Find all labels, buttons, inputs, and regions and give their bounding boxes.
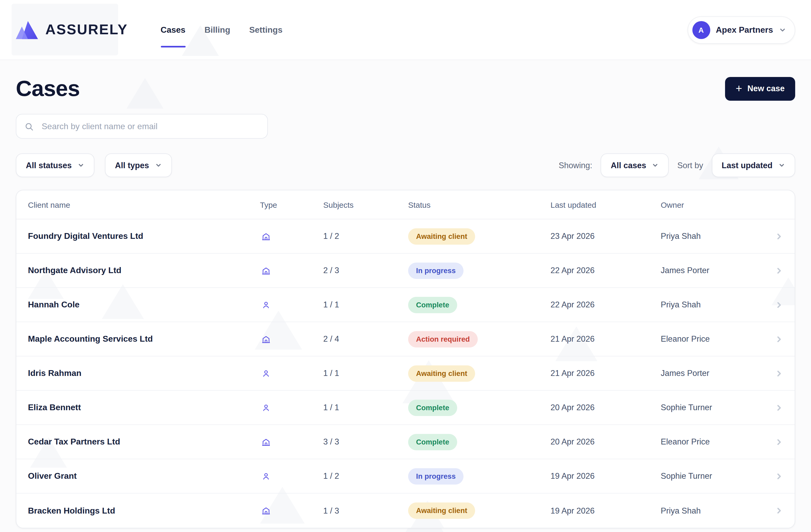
status-badge: Action required <box>408 331 478 348</box>
table-row[interactable]: Bracken Holdings Ltd1 / 3Awaiting client… <box>16 494 795 528</box>
status-badge: Complete <box>408 400 457 416</box>
cases-table: Client name Type Subjects Status Last up… <box>16 190 795 529</box>
status-badge: Awaiting client <box>408 503 475 519</box>
new-case-label: New case <box>748 84 785 93</box>
owner-name: Priya Shah <box>661 232 763 241</box>
chevron-down-icon <box>77 162 85 169</box>
last-updated: 20 Apr 2026 <box>551 403 661 413</box>
nav-item-settings[interactable]: Settings <box>249 25 282 35</box>
client-name: Hannah Cole <box>28 300 260 310</box>
table-header-row: Client name Type Subjects Status Last up… <box>16 191 795 219</box>
status-cell: Awaiting client <box>408 503 551 519</box>
brand-logo[interactable]: ASSURELY <box>16 19 128 40</box>
status-cell: Complete <box>408 297 551 313</box>
building-icon <box>260 232 323 241</box>
chevron-right-icon[interactable] <box>763 404 795 412</box>
status-badge: In progress <box>408 468 463 485</box>
logo-mark-icon <box>16 19 38 40</box>
nav-item-billing[interactable]: Billing <box>204 25 230 35</box>
sort-value: Last updated <box>722 161 772 170</box>
client-name: Bracken Holdings Ltd <box>28 506 260 516</box>
account-name: Apex Partners <box>716 25 773 34</box>
table-row[interactable]: Foundry Digital Ventures Ltd1 / 2Awaitin… <box>16 219 795 254</box>
chevron-right-icon[interactable] <box>763 232 795 241</box>
column-header-type: Type <box>260 200 323 209</box>
last-updated: 21 Apr 2026 <box>551 369 661 378</box>
client-name: Eliza Bennett <box>28 403 260 413</box>
search-icon <box>24 122 34 131</box>
building-icon <box>260 506 323 515</box>
status-filter-dropdown[interactable]: All statuses <box>16 154 94 178</box>
table-row[interactable]: Maple Accounting Services Ltd2 / 4Action… <box>16 322 795 357</box>
subjects-count: 1 / 1 <box>323 300 408 310</box>
status-cell: Awaiting client <box>408 365 551 382</box>
table-row[interactable]: Hannah Cole1 / 1Complete22 Apr 2026Priya… <box>16 288 795 322</box>
owner-name: James Porter <box>661 369 763 378</box>
client-name: Cedar Tax Partners Ltd <box>28 437 260 447</box>
last-updated: 21 Apr 2026 <box>551 335 661 344</box>
subjects-count: 2 / 3 <box>323 266 408 275</box>
top-bar: ASSURELY Cases Billing Settings A Apex P… <box>0 0 811 60</box>
last-updated: 23 Apr 2026 <box>551 232 661 241</box>
chevron-right-icon[interactable] <box>763 369 795 378</box>
sort-dropdown[interactable]: Last updated <box>711 154 795 178</box>
chevron-right-icon[interactable] <box>763 506 795 515</box>
chevron-down-icon <box>155 162 162 169</box>
last-updated: 19 Apr 2026 <box>551 472 661 481</box>
chevron-right-icon[interactable] <box>763 266 795 275</box>
client-name: Foundry Digital Ventures Ltd <box>28 232 260 241</box>
owner-name: Eleanor Price <box>661 437 763 447</box>
chevron-right-icon[interactable] <box>763 438 795 446</box>
table-body: Foundry Digital Ventures Ltd1 / 2Awaitin… <box>16 219 795 528</box>
status-badge: Awaiting client <box>408 228 475 245</box>
search-input[interactable] <box>16 114 268 139</box>
showing-label: Showing: <box>559 161 593 170</box>
subjects-count: 2 / 4 <box>323 335 408 344</box>
chevron-down-icon <box>778 162 785 169</box>
last-updated: 22 Apr 2026 <box>551 300 661 310</box>
owner-name: Eleanor Price <box>661 335 763 344</box>
table-row[interactable]: Cedar Tax Partners Ltd3 / 3Complete20 Ap… <box>16 425 795 459</box>
owner-name: Sophie Turner <box>661 472 763 481</box>
building-icon <box>260 266 323 275</box>
subjects-count: 1 / 2 <box>323 232 408 241</box>
owner-name: Sophie Turner <box>661 403 763 413</box>
chevron-down-icon <box>652 162 659 169</box>
showing-value: All cases <box>611 161 646 170</box>
building-icon <box>260 438 323 446</box>
table-row[interactable]: Idris Rahman1 / 1Awaiting client21 Apr 2… <box>16 357 795 391</box>
column-header-owner: Owner <box>661 200 763 209</box>
account-menu[interactable]: A Apex Partners <box>687 16 795 44</box>
building-icon <box>260 335 323 344</box>
brand-name: ASSURELY <box>45 21 128 38</box>
avatar: A <box>692 21 710 39</box>
main-content: Cases + New case All statuses All types <box>0 76 811 529</box>
type-filter-label: All types <box>115 161 149 170</box>
new-case-button[interactable]: + New case <box>725 77 795 101</box>
subjects-count: 1 / 3 <box>323 506 408 516</box>
chevron-right-icon[interactable] <box>763 335 795 344</box>
client-name: Idris Rahman <box>28 369 260 378</box>
status-badge: Awaiting client <box>408 365 475 382</box>
showing-dropdown[interactable]: All cases <box>601 154 669 178</box>
status-cell: Complete <box>408 400 551 416</box>
subjects-count: 1 / 1 <box>323 369 408 378</box>
type-filter-dropdown[interactable]: All types <box>105 154 172 178</box>
nav-item-cases[interactable]: Cases <box>160 25 185 35</box>
status-cell: Complete <box>408 434 551 450</box>
status-cell: Action required <box>408 331 551 348</box>
status-badge: Complete <box>408 297 457 313</box>
client-name: Maple Accounting Services Ltd <box>28 335 260 344</box>
subjects-count: 1 / 1 <box>323 403 408 413</box>
chevron-right-icon[interactable] <box>763 301 795 309</box>
table-row[interactable]: Oliver Grant1 / 2In progress19 Apr 2026S… <box>16 459 795 494</box>
chevron-right-icon[interactable] <box>763 472 795 481</box>
person-icon <box>260 369 323 378</box>
chevron-down-icon <box>779 26 786 33</box>
table-row[interactable]: Eliza Bennett1 / 1Complete20 Apr 2026Sop… <box>16 391 795 425</box>
table-row[interactable]: Northgate Advisory Ltd2 / 3In progress22… <box>16 254 795 288</box>
status-cell: In progress <box>408 468 551 485</box>
owner-name: Priya Shah <box>661 300 763 310</box>
owner-name: James Porter <box>661 266 763 275</box>
column-header-client: Client name <box>28 200 260 209</box>
